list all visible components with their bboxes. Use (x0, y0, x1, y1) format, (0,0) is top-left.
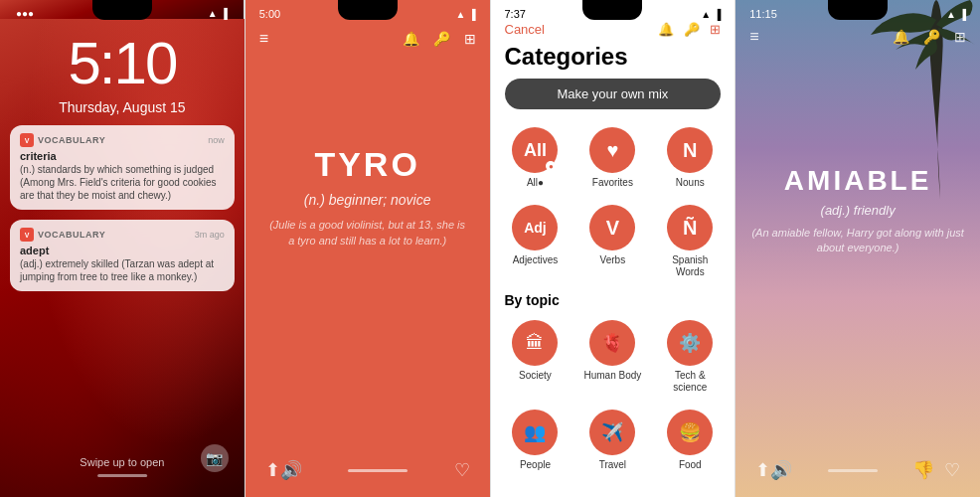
vocab-icon-1: V (20, 133, 34, 147)
notif-header-2: V VOCABULARY 3m ago (20, 228, 225, 242)
cat-people[interactable]: 👥 People (499, 404, 572, 477)
cat-circle-favorites: ♥ (589, 127, 635, 173)
wifi-icon-4: ▲ (946, 9, 956, 20)
phone3-categories: 7:37 ▲ ▐ Cancel 🔔 🔑 ⊞ Categories Make yo… (491, 0, 736, 497)
notch (92, 0, 152, 20)
signal-icon: ●●● (16, 8, 34, 19)
bell-icon-3[interactable]: 🔔 (658, 22, 674, 37)
bell-icon-2[interactable]: 🔔 (403, 31, 419, 47)
cat-label-food: Food (679, 459, 702, 471)
category-grid: All ● All● ♥ Favorites N Nouns Adj Adjec… (491, 117, 735, 288)
cat-circle-verbs: V (589, 205, 635, 250)
cat-circle-nouns: N (667, 127, 713, 173)
notification-2[interactable]: V VOCABULARY 3m ago adept (adj.) extreme… (10, 220, 235, 291)
notif-time-1: now (208, 135, 225, 145)
topic-circle-tech: ⚙️ (667, 320, 713, 366)
cat-verbs[interactable]: V Verbs (575, 199, 649, 284)
wifi-icon: ▲ (208, 8, 218, 19)
notch3 (582, 0, 642, 20)
topic-circle-body: 🫀 (589, 320, 635, 366)
key-icon-3[interactable]: 🔑 (684, 22, 700, 37)
lock-date: Thursday, August 15 (0, 99, 245, 115)
menu-icon-4[interactable]: ≡ (749, 28, 758, 46)
cat-label-verbs: Verbs (600, 254, 626, 266)
word-definition-4: (adj.) friendly (821, 203, 896, 218)
key-icon-4[interactable]: 🔑 (923, 29, 940, 45)
bell-icon-4[interactable]: 🔔 (893, 29, 909, 45)
sound-icon-4[interactable]: 🔊 (770, 459, 792, 481)
heart-icon-2[interactable]: ♡ (454, 459, 470, 481)
make-mix-button[interactable]: Make your own mix (505, 79, 722, 109)
page-indicator-2 (348, 469, 408, 472)
topic-circle-food: 🍔 (667, 410, 713, 455)
cat-label-spanish: Spanish Words (657, 254, 723, 278)
cat-society[interactable]: 🏛 Society (499, 314, 572, 400)
sound-icon-2[interactable]: 🔊 (280, 459, 302, 481)
cat-label-body: Human Body (583, 370, 641, 382)
battery-icon-2: ▐ (468, 9, 475, 20)
nav-icons-3: 🔔 🔑 ⊞ (658, 22, 721, 37)
cat-label-all: All● (527, 177, 544, 189)
spanish-letter: Ñ (683, 217, 697, 240)
camera-icon[interactable]: 📷 (201, 444, 229, 472)
phone1-lockscreen: ●●● ▲ ▐ 5:10 Thursday, August 15 V VOCAB… (0, 0, 245, 497)
cat-circle-spanish: Ñ (667, 205, 713, 250)
cat-label-society: Society (519, 370, 552, 382)
menu-icon[interactable]: ≡ (259, 30, 268, 48)
notif-body-2: (adj.) extremely skilled (Tarzan was ade… (20, 257, 225, 283)
notch4 (828, 0, 888, 20)
share-icon-4[interactable]: ⬆ (755, 459, 770, 481)
cat-travel[interactable]: ✈️ Travel (575, 404, 649, 477)
share-icon-2[interactable]: ⬆ (265, 459, 280, 481)
cat-food[interactable]: 🍔 Food (653, 404, 727, 477)
wifi-icon-2: ▲ (456, 9, 466, 20)
top-nav-3: Cancel 🔔 🔑 ⊞ (491, 20, 735, 37)
bottom-bar-2: ⬆ 🔊 ♡ (245, 459, 490, 481)
word-example-4: (An amiable fellow, Harry got along with… (751, 226, 964, 256)
word-definition-2: (n.) beginner; novice (304, 192, 431, 208)
key-icon-2[interactable]: 🔑 (433, 31, 450, 47)
word-example-2: (Julie is a good violinist, but at 13, s… (265, 218, 470, 248)
battery-area: ▲ ▐ (208, 8, 228, 19)
word-content-4: AMIABLE (adj.) friendly (An amiable fell… (735, 165, 980, 256)
categories-title: Categories (491, 37, 735, 71)
grid-icon-3[interactable]: ⊞ (710, 22, 721, 37)
cat-human-body[interactable]: 🫀 Human Body (575, 314, 649, 400)
grid-icon-4[interactable]: ⊞ (954, 29, 966, 45)
bottom-bar-4: ⬆ 🔊 👎 ♡ (735, 459, 980, 481)
noun-letter: N (683, 139, 697, 162)
cancel-button[interactable]: Cancel (505, 22, 545, 37)
status-bar-2: 5:00 ▲ ▐ (245, 0, 490, 20)
swipe-indicator (97, 474, 147, 477)
thumbdown-icon-4[interactable]: 👎 (912, 459, 934, 481)
cat-label-adj: Adjectives (513, 254, 559, 266)
word-title-2: TYRO (314, 145, 419, 184)
all-dot: ● (546, 161, 556, 171)
all-letter: All (524, 140, 547, 161)
heart-icon-4[interactable]: ♡ (944, 459, 960, 481)
cat-adjectives[interactable]: Adj Adjectives (499, 199, 572, 284)
cat-nouns[interactable]: N Nouns (653, 121, 727, 195)
word-title-4: AMIABLE (784, 165, 932, 197)
heart-icon-fav: ♥ (606, 139, 618, 162)
notification-1[interactable]: V VOCABULARY now criteria (n.) standards… (10, 125, 235, 210)
grid-icon-2[interactable]: ⊞ (464, 31, 476, 47)
top-icons-2: 🔔 🔑 ⊞ (403, 31, 476, 47)
topic-circle-society: 🏛 (512, 320, 558, 366)
battery-3: ▲ ▐ (701, 8, 721, 20)
cat-spanish[interactable]: Ñ Spanish Words (653, 199, 727, 284)
notif-header-1: V VOCABULARY now (20, 133, 225, 147)
time-2: 5:00 (259, 8, 280, 20)
cat-favorites[interactable]: ♥ Favorites (575, 121, 649, 195)
topic-grid: 🏛 Society 🫀 Human Body ⚙️ Tech & science… (491, 310, 735, 481)
cat-label-people: People (520, 459, 551, 471)
cat-tech[interactable]: ⚙️ Tech & science (653, 314, 727, 400)
cat-all[interactable]: All ● All● (499, 121, 572, 195)
cat-label-favorites: Favorites (592, 177, 633, 189)
phone2-wordcard: 5:00 ▲ ▐ ≡ 🔔 🔑 ⊞ TYRO (n.) beginner; nov… (245, 0, 491, 497)
time-3: 7:37 (505, 8, 526, 20)
verb-letter: V (606, 217, 619, 240)
notif-title-1: criteria (20, 150, 225, 162)
topic-circle-people: 👥 (512, 410, 558, 455)
top-icons-4: 🔔 🔑 ⊞ (893, 29, 966, 45)
